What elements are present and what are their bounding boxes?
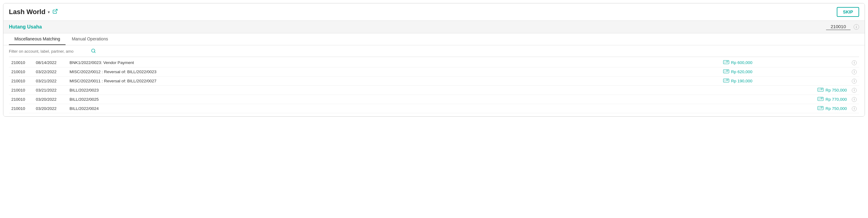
account-bar: Hutang Usaha 210010 i	[3, 21, 865, 33]
money-icon	[723, 69, 729, 74]
account-label: Hutang Usaha	[9, 24, 42, 30]
cell-credit: Rp 190,000	[660, 76, 755, 86]
money-icon	[723, 79, 729, 84]
cell-debit	[755, 58, 849, 67]
cell-spacer	[320, 58, 660, 67]
row-info-icon[interactable]: i	[852, 88, 857, 93]
money-icon	[817, 88, 824, 93]
cell-account: 210010	[9, 67, 33, 76]
cell-credit	[660, 86, 755, 95]
cell-info: i	[849, 86, 859, 95]
tab-manual-operations[interactable]: Manual Operations	[66, 33, 113, 45]
debit-amount-text: Rp 750,000	[826, 106, 847, 111]
filter-bar	[9, 45, 859, 57]
svg-rect-4	[724, 61, 726, 63]
top-bar: Lash World ▾ SKIP	[3, 3, 865, 21]
money-icon	[723, 60, 729, 65]
money-icon	[817, 106, 824, 111]
cell-description: MISC/2022/0012 : Reversal of: BILL/2022/…	[67, 67, 320, 76]
cell-date: 03/21/2022	[33, 76, 67, 86]
svg-rect-14	[724, 79, 726, 82]
cell-credit: Rp 600,000	[660, 58, 755, 67]
account-info-icon[interactable]: i	[854, 24, 859, 30]
cell-credit: Rp 620,000	[660, 67, 755, 76]
debit-amount-text: Rp 750,000	[826, 88, 847, 92]
table-row: 21001003/21/2022BILL/2022/0023 Rp 750,00…	[9, 86, 859, 95]
cell-info: i	[849, 58, 859, 67]
svg-rect-29	[818, 107, 820, 109]
external-link-icon[interactable]	[52, 8, 58, 15]
cell-debit: Rp 770,000	[755, 95, 849, 104]
table-row: 21001008/14/2022BNK1/2022/0023: Vendor P…	[9, 58, 859, 67]
svg-rect-19	[818, 89, 820, 91]
cell-date: 03/21/2022	[33, 86, 67, 95]
cell-description: MISC/2022/0011 : Reversal of: BILL/2022/…	[67, 76, 320, 86]
table-row: 21001003/20/2022BILL/2022/0025 Rp 770,00…	[9, 95, 859, 104]
money-icon	[817, 97, 824, 102]
cell-spacer	[320, 95, 660, 104]
cell-debit	[755, 67, 849, 76]
row-info-icon[interactable]: i	[852, 60, 857, 65]
cell-description: BILL/2022/0024	[67, 104, 320, 113]
svg-line-2	[94, 52, 95, 53]
cell-credit	[660, 95, 755, 104]
row-info-icon[interactable]: i	[852, 69, 857, 74]
svg-line-0	[55, 9, 57, 12]
cell-date: 03/20/2022	[33, 104, 67, 113]
skip-button[interactable]: SKIP	[837, 7, 859, 17]
row-info-icon[interactable]: i	[852, 106, 857, 111]
svg-rect-9	[724, 70, 726, 72]
row-info-icon[interactable]: i	[852, 79, 857, 84]
row-info-icon[interactable]: i	[852, 97, 857, 102]
account-number: 210010	[826, 24, 850, 30]
cell-account: 210010	[9, 58, 33, 67]
cell-spacer	[320, 76, 660, 86]
debit-amount-text: Rp 770,000	[826, 97, 847, 102]
table-row: 21001003/20/2022BILL/2022/0024 Rp 750,00…	[9, 104, 859, 113]
table-row: 21001003/22/2022MISC/2022/0012 : Reversa…	[9, 67, 859, 76]
cell-info: i	[849, 104, 859, 113]
cell-date: 08/14/2022	[33, 58, 67, 67]
cell-debit: Rp 750,000	[755, 86, 849, 95]
tab-misc-matching[interactable]: Miscellaneous Matching	[9, 33, 66, 45]
account-number-area: 210010 i	[826, 24, 859, 30]
credit-amount-text: Rp 620,000	[731, 69, 752, 74]
dropdown-arrow-icon[interactable]: ▾	[48, 10, 50, 14]
cell-debit	[755, 76, 849, 86]
cell-credit	[660, 104, 755, 113]
cell-account: 210010	[9, 86, 33, 95]
credit-amount-text: Rp 600,000	[731, 60, 752, 65]
tabs-area: Miscellaneous Matching Manual Operations	[3, 33, 865, 45]
cell-account: 210010	[9, 104, 33, 113]
data-table: 21001008/14/2022BNK1/2022/0023: Vendor P…	[9, 58, 859, 113]
cell-date: 03/22/2022	[33, 67, 67, 76]
credit-amount-text: Rp 190,000	[731, 79, 752, 83]
cell-info: i	[849, 67, 859, 76]
cell-spacer	[320, 104, 660, 113]
cell-description: BNK1/2022/0023: Vendor Payment	[67, 58, 320, 67]
main-content: 21001008/14/2022BNK1/2022/0023: Vendor P…	[3, 45, 865, 116]
cell-description: BILL/2022/0025	[67, 95, 320, 104]
table-row: 21001003/21/2022MISC/2022/0011 : Reversa…	[9, 76, 859, 86]
filter-input[interactable]	[9, 49, 89, 54]
cell-info: i	[849, 76, 859, 86]
cell-debit: Rp 750,000	[755, 104, 849, 113]
top-bar-left: Lash World ▾	[9, 8, 58, 16]
cell-description: BILL/2022/0023	[67, 86, 320, 95]
cell-account: 210010	[9, 76, 33, 86]
main-container: Lash World ▾ SKIP Hutang Usaha 210010 i …	[3, 3, 865, 117]
cell-account: 210010	[9, 95, 33, 104]
cell-spacer	[320, 86, 660, 95]
cell-info: i	[849, 95, 859, 104]
company-name: Lash World	[9, 8, 45, 16]
search-icon[interactable]	[91, 49, 96, 54]
cell-date: 03/20/2022	[33, 95, 67, 104]
svg-rect-24	[818, 98, 820, 100]
cell-spacer	[320, 67, 660, 76]
